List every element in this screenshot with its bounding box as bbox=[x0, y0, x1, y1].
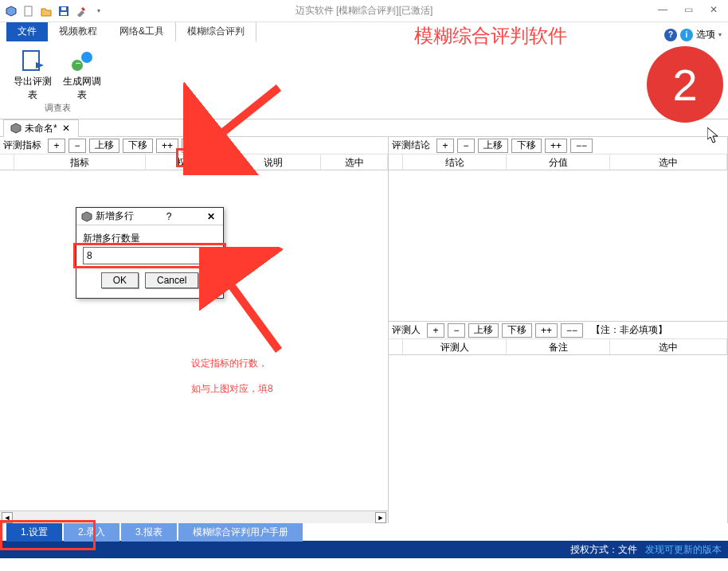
generate-icon bbox=[69, 48, 95, 73]
app-icon[interactable] bbox=[3, 3, 19, 19]
minimize-button[interactable]: — bbox=[652, 4, 674, 18]
spinner: ▲ ▼ bbox=[209, 248, 216, 264]
conclusions-section: 评测结论 + − 上移 下移 ++ −− 结论 分值 选中 bbox=[389, 137, 727, 322]
eval-removemulti-button[interactable]: −− bbox=[561, 323, 583, 338]
titlebar: ▾ 迈实软件 [模糊综合评判][已激活] — ▭ ✕ bbox=[0, 0, 728, 22]
cube-icon bbox=[10, 123, 22, 134]
ribbon-group-label: 调查表 bbox=[13, 102, 102, 115]
evaluators-section: 评测人 + − 上移 下移 ++ −− 【注：非必填项】 评测人 备注 选中 bbox=[389, 322, 727, 523]
close-button[interactable]: ✕ bbox=[703, 4, 725, 18]
indicators-grid-header: 指标 权重 说明 选中 bbox=[0, 154, 388, 170]
scroll-right-icon[interactable]: ► bbox=[375, 512, 386, 523]
con-col-conclusion[interactable]: 结论 bbox=[403, 154, 507, 170]
ind-col-desc[interactable]: 说明 bbox=[225, 154, 321, 170]
eval-add-button[interactable]: + bbox=[427, 323, 444, 338]
ind-removemulti-button[interactable]: −− bbox=[182, 139, 204, 153]
main-workspace: 评测指标 + − 上移 下移 ++ −− 指标 权重 说明 选中 ◄ ► 评测结… bbox=[0, 137, 728, 523]
bottom-tab-manual[interactable]: 模糊综合评判用户手册 bbox=[178, 523, 303, 542]
eval-col-note[interactable]: 备注 bbox=[507, 339, 610, 354]
status-bar: 授权方式：文件 发现可更新的版本 bbox=[0, 541, 728, 558]
dialog-field-label: 新增多行数量 bbox=[83, 232, 217, 245]
svg-marker-0 bbox=[6, 6, 16, 16]
ind-col-selected[interactable]: 选中 bbox=[321, 154, 388, 170]
document-tab[interactable]: 未命名* ✕ bbox=[3, 119, 79, 137]
spinner-up-icon[interactable]: ▲ bbox=[210, 248, 216, 256]
options-button[interactable]: 选项 bbox=[696, 28, 715, 41]
info-icon[interactable]: i bbox=[680, 29, 693, 41]
ribbon-group-survey: 导出评测表 生成网调表 调查表 bbox=[6, 45, 108, 115]
document-name: 未命名* bbox=[25, 122, 57, 135]
auth-mode-label: 授权方式： bbox=[570, 544, 618, 555]
tools-icon[interactable] bbox=[73, 3, 89, 19]
eval-movedown-button[interactable]: 下移 bbox=[502, 323, 532, 338]
generate-web-button[interactable]: 生成网调表 bbox=[62, 48, 102, 102]
con-movedown-button[interactable]: 下移 bbox=[511, 139, 542, 153]
svg-rect-3 bbox=[61, 12, 67, 15]
open-file-icon[interactable] bbox=[38, 3, 54, 19]
svg-rect-4 bbox=[61, 7, 66, 10]
conclusions-grid-body[interactable] bbox=[389, 170, 727, 321]
update-link[interactable]: 发现可更新的版本 bbox=[645, 543, 722, 557]
tab-net-tools[interactable]: 网络&工具 bbox=[108, 22, 175, 41]
ind-col-indicator[interactable]: 指标 bbox=[14, 154, 146, 170]
window-controls: — ▭ ✕ bbox=[652, 4, 725, 18]
bottom-tab-bar: 1.设置 2.录入 3.报表 模糊综合评判用户手册 bbox=[0, 523, 728, 541]
scroll-left-icon[interactable]: ◄ bbox=[2, 512, 13, 523]
ind-add-button[interactable]: + bbox=[48, 139, 65, 153]
options-dropdown-icon[interactable]: ▾ bbox=[718, 31, 722, 38]
row-count-input[interactable] bbox=[84, 248, 209, 264]
eval-addmulti-button[interactable]: ++ bbox=[535, 323, 558, 338]
eval-col-name[interactable]: 评测人 bbox=[403, 339, 507, 354]
ind-moveup-button[interactable]: 上移 bbox=[89, 139, 119, 153]
spinner-down-icon[interactable]: ▼ bbox=[210, 256, 216, 264]
con-moveup-button[interactable]: 上移 bbox=[478, 139, 508, 153]
qat-dropdown-icon[interactable]: ▾ bbox=[91, 3, 107, 19]
svg-point-8 bbox=[81, 52, 92, 63]
evaluators-label: 评测人 bbox=[392, 323, 421, 337]
tab-file[interactable]: 文件 bbox=[6, 22, 48, 41]
export-icon bbox=[20, 48, 45, 73]
dialog-titlebar[interactable]: 新增多行 ? ✕ bbox=[76, 208, 223, 225]
conclusions-toolbar: 评测结论 + − 上移 下移 ++ −− bbox=[389, 137, 727, 154]
con-col-selected[interactable]: 选中 bbox=[610, 154, 727, 170]
save-icon[interactable] bbox=[56, 3, 72, 19]
con-col-score[interactable]: 分值 bbox=[507, 154, 610, 170]
dialog-cancel-button[interactable]: Cancel bbox=[145, 272, 198, 288]
ind-addmulti-button[interactable]: ++ bbox=[156, 139, 178, 153]
tab-fuzzy[interactable]: 模糊综合评判 bbox=[175, 21, 256, 41]
dialog-close-button[interactable]: ✕ bbox=[204, 211, 218, 222]
ind-remove-button[interactable]: − bbox=[68, 139, 86, 153]
eval-moveup-button[interactable]: 上移 bbox=[468, 323, 499, 338]
new-file-icon[interactable] bbox=[21, 3, 37, 19]
maximize-button[interactable]: ▭ bbox=[677, 4, 699, 18]
con-addmulti-button[interactable]: ++ bbox=[545, 139, 567, 153]
dialog-ok-button[interactable]: OK bbox=[101, 272, 139, 288]
indicators-label: 评测指标 bbox=[3, 139, 41, 152]
bottom-tab-report[interactable]: 3.报表 bbox=[121, 523, 177, 542]
ind-col-weight[interactable]: 权重 bbox=[146, 154, 225, 170]
export-eval-button[interactable]: 导出评测表 bbox=[13, 48, 53, 102]
window-title: 迈实软件 [模糊综合评判][已激活] bbox=[296, 4, 433, 18]
document-close-button[interactable]: ✕ bbox=[61, 123, 72, 134]
tab-video[interactable]: 视频教程 bbox=[48, 22, 108, 41]
con-add-button[interactable]: + bbox=[436, 139, 454, 153]
ribbon-tabs: 文件 视频教程 网络&工具 模糊综合评判 ? i 选项 ▾ bbox=[0, 22, 728, 41]
evaluators-grid-body[interactable] bbox=[389, 355, 727, 523]
eval-col-selected[interactable]: 选中 bbox=[610, 339, 727, 354]
con-removemulti-button[interactable]: −− bbox=[570, 139, 593, 153]
add-rows-dialog: 新增多行 ? ✕ 新增多行数量 ▲ ▼ OK Cancel bbox=[76, 207, 224, 299]
con-remove-button[interactable]: − bbox=[457, 139, 475, 153]
help-icon[interactable]: ? bbox=[664, 29, 677, 41]
conclusions-grid-header: 结论 分值 选中 bbox=[389, 154, 727, 170]
indicators-toolbar: 评测指标 + − 上移 下移 ++ −− bbox=[0, 137, 388, 154]
generate-web-label: 生成网调表 bbox=[62, 75, 102, 102]
eval-remove-button[interactable]: − bbox=[448, 323, 465, 338]
bottom-tab-input[interactable]: 2.录入 bbox=[64, 523, 119, 542]
bottom-tab-settings[interactable]: 1.设置 bbox=[6, 523, 62, 542]
ind-movedown-button[interactable]: 下移 bbox=[123, 139, 153, 153]
indicators-hscroll[interactable]: ◄ ► bbox=[0, 510, 388, 523]
dialog-help-button[interactable]: ? bbox=[163, 211, 175, 222]
svg-point-7 bbox=[72, 60, 83, 71]
auth-mode-value: 文件 bbox=[618, 544, 637, 555]
dialog-title: 新增多行 bbox=[96, 209, 134, 223]
